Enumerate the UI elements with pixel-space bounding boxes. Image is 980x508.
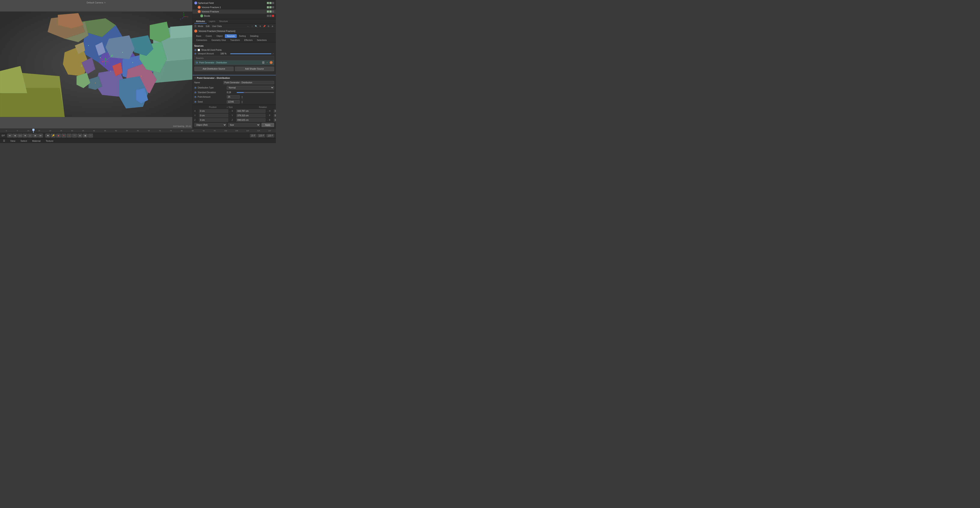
rot-y-input[interactable] <box>274 114 276 117</box>
mark-95: 95 <box>209 130 220 132</box>
pos-z-input[interactable] <box>199 118 228 122</box>
source-check-icon[interactable]: ✓ <box>266 61 269 64</box>
filter-icon[interactable]: ▼ <box>258 24 262 28</box>
seed-up[interactable]: ▲ <box>241 100 243 102</box>
hierarchy-item-voronoi1[interactable]: ● Voronoi Fracture.1 <box>192 5 276 10</box>
source-settings-icon[interactable]: ⚙ <box>270 61 273 64</box>
dist-stddev-radio[interactable] <box>194 91 196 94</box>
dist-amount-radio[interactable] <box>194 96 196 98</box>
dist-name-input[interactable] <box>223 81 274 84</box>
size-y-input[interactable] <box>236 114 266 117</box>
tab-attributes[interactable]: Attributes <box>194 19 207 24</box>
motion-path-btn[interactable]: 〰 <box>72 134 77 137</box>
end-frame-num[interactable]: 120 F <box>258 134 265 137</box>
dist-type-select[interactable]: Normal <box>227 86 274 89</box>
add-key-btn[interactable]: ⬦ <box>67 134 72 137</box>
preview-btn[interactable]: ▣ <box>83 134 88 137</box>
tab-connectors[interactable]: Connectors <box>194 38 209 42</box>
viewport[interactable]: Default Camera ⊕ <box>0 0 192 129</box>
total-frame-num[interactable]: 120 F <box>266 134 274 137</box>
apply-button[interactable]: Apply <box>261 123 274 127</box>
next-frame-btn[interactable]: ▶ <box>33 134 38 137</box>
add-shader-source-btn[interactable]: Add Shader Source <box>235 67 274 71</box>
menu-icon[interactable]: ☰ <box>2 139 6 143</box>
onion-skin-btn[interactable]: ◈ <box>78 134 82 137</box>
play-backward-btn[interactable]: ◁◁ <box>18 134 22 137</box>
delete-key-btn[interactable]: ✕ <box>62 134 66 137</box>
hierarchy-item-spherical[interactable]: ● Spherical Field <box>192 1 276 5</box>
menu-mode[interactable]: Mode <box>198 25 203 27</box>
size-dropdown[interactable]: Size <box>228 123 260 127</box>
hierarchy-item-voronoi2[interactable]: ● Voronoi Fracture <box>192 10 276 14</box>
amount-up[interactable]: ▲ <box>241 96 243 97</box>
source-radio[interactable] <box>196 62 198 64</box>
status-select[interactable]: Select <box>20 139 28 143</box>
dist-type-radio[interactable] <box>194 87 196 89</box>
rot-z-input[interactable] <box>274 118 276 122</box>
key-btn[interactable]: ◉ <box>56 134 61 137</box>
timeline: 0 5 10 15 20 25 30 35 40 45 50 55 60 65 … <box>0 129 276 139</box>
status-texture[interactable]: Texture <box>45 139 54 143</box>
timeline-ruler[interactable]: 0 5 10 15 20 25 30 35 40 45 50 55 60 65 … <box>0 129 276 133</box>
prev-frame-btn[interactable]: ◀ <box>13 134 17 137</box>
tab-selections[interactable]: Selections <box>255 38 269 42</box>
back-icon[interactable]: ← <box>246 24 250 28</box>
pos-y-input[interactable] <box>199 114 228 117</box>
show-all-points-radio[interactable] <box>194 49 196 51</box>
search-icon[interactable]: 🔍 <box>255 24 258 28</box>
dist-amount-input[interactable] <box>227 95 240 99</box>
stop-btn[interactable]: ■ <box>23 134 27 137</box>
timeline-scrubber[interactable] <box>33 129 33 133</box>
timeline-controls: 0 F ⏮ ◀ ◁◁ ■ ▷ ▶ ⏭ ⏺ 🔑 ◉ ✕ ⬦ 〰 ◈ ▣ ⋯ 15 … <box>0 133 276 139</box>
tab-object[interactable]: Object <box>215 34 224 38</box>
vis-icon-v1-1 <box>267 6 269 8</box>
tab-coord[interactable]: Coord. <box>204 34 214 38</box>
viewport-amount-radio[interactable] <box>194 53 196 55</box>
x-axis-label: X <box>194 110 198 112</box>
source-img-icon[interactable]: 🖼 <box>261 61 265 64</box>
add-distribution-source-btn[interactable]: Add Distribution Source <box>194 67 234 71</box>
rot-x-input[interactable] <box>274 109 276 113</box>
pos-x-input[interactable] <box>199 109 228 113</box>
menu-user-data[interactable]: User Data <box>212 25 222 27</box>
show-all-points-checkbox[interactable] <box>198 49 200 51</box>
tab-basic[interactable]: Basic <box>194 34 203 38</box>
vis-icon-b3 <box>272 15 274 17</box>
go-to-end-btn[interactable]: ⏭ <box>38 134 43 137</box>
dist-seed-input[interactable] <box>227 100 240 104</box>
object-rel-dropdown[interactable]: Object (Rel) <box>194 123 227 127</box>
status-material[interactable]: Material <box>31 139 41 143</box>
record-btn[interactable]: ⏺ <box>45 134 50 137</box>
menu-edit[interactable]: Edit <box>206 25 210 27</box>
tab-transform[interactable]: Transform <box>228 38 242 42</box>
source-item-0[interactable]: Point Generator - Distribution 🖼 ✓ ⚙ <box>194 60 274 65</box>
expand-icon[interactable]: ⊕ <box>271 24 274 28</box>
play-forward-btn[interactable]: ▷ <box>28 134 33 137</box>
tab-geometry-glue[interactable]: Geometry Glue <box>210 38 228 42</box>
seed-down[interactable]: ▼ <box>241 102 243 104</box>
start-frame-num[interactable]: 15 F <box>250 134 256 137</box>
auto-key-btn[interactable]: 🔑 <box>51 134 56 137</box>
tab-effectors[interactable]: Effectors <box>242 38 255 42</box>
hierarchy-item-boole[interactable]: ● Boole <box>192 14 276 18</box>
dist-stddev-slider[interactable] <box>237 92 274 93</box>
size-z-input[interactable] <box>236 118 266 122</box>
timeline-extra-1[interactable]: ⋯ <box>88 134 93 137</box>
tab-sorting[interactable]: Sorting <box>237 34 248 38</box>
tab-structure[interactable]: Structure <box>217 19 229 24</box>
dist-seed-radio[interactable] <box>194 101 196 103</box>
status-view[interactable]: View <box>10 139 16 143</box>
tab-detailing[interactable]: Detailing <box>248 34 261 38</box>
pin-icon[interactable]: 📌 <box>262 24 266 28</box>
null-icon: ● <box>200 14 203 18</box>
size-x-prefix: X <box>232 110 235 112</box>
tab-layers[interactable]: Layers <box>207 19 217 24</box>
up-icon[interactable]: ↑ <box>250 24 254 28</box>
col-position-label: Position <box>202 106 224 108</box>
settings-icon[interactable]: ⚙ <box>267 24 270 28</box>
size-x-input[interactable] <box>236 109 266 113</box>
go-to-start-btn[interactable]: ⏮ <box>7 134 12 137</box>
tab-sources[interactable]: Sources <box>225 34 237 38</box>
amount-down[interactable]: ▼ <box>241 97 243 99</box>
viewport-amount-slider[interactable] <box>230 53 271 54</box>
